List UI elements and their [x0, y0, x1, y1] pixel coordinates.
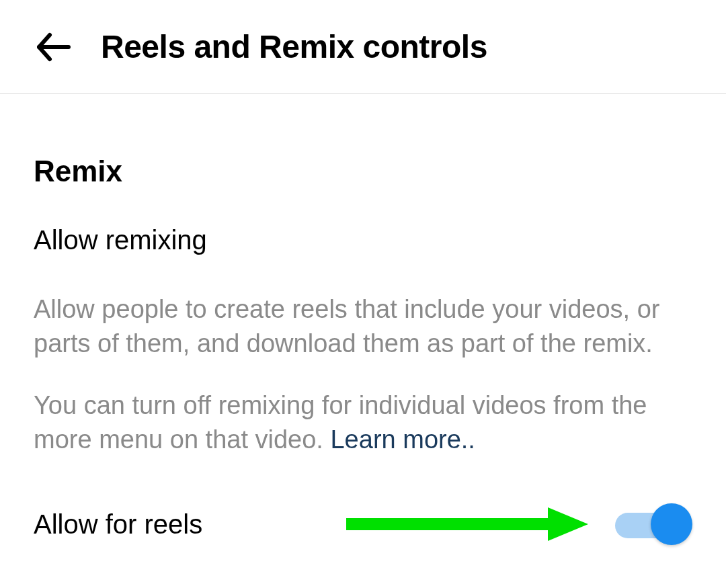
toggle-label: Allow for reels: [34, 509, 202, 540]
setting-description-one: Allow people to create reels that includ…: [34, 292, 692, 362]
allow-for-reels-row: Allow for reels: [34, 507, 692, 541]
content-area: Remix Allow remixing Allow people to cre…: [0, 94, 726, 541]
allow-for-reels-toggle[interactable]: [615, 507, 692, 541]
section-title: Remix: [34, 155, 692, 188]
setting-description-two: You can turn off remixing for individual…: [34, 388, 692, 458]
toggle-thumb: [651, 503, 692, 545]
learn-more-link[interactable]: Learn more..: [330, 425, 475, 454]
annotation-arrow-icon: [346, 504, 588, 544]
page-title: Reels and Remix controls: [101, 28, 487, 65]
back-arrow-icon[interactable]: [34, 27, 74, 67]
setting-title: Allow remixing: [34, 225, 692, 255]
svg-marker-2: [548, 507, 588, 541]
header-bar: Reels and Remix controls: [0, 0, 726, 94]
